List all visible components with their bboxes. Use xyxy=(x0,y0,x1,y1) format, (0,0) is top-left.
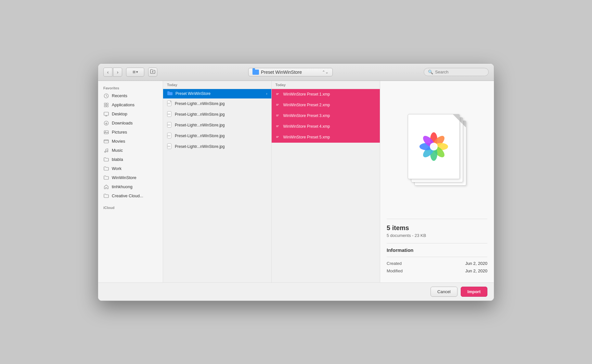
nav-buttons: ‹ › xyxy=(103,68,122,77)
search-input[interactable] xyxy=(435,70,484,74)
sidebar-item-label-movies: Movies xyxy=(112,139,125,144)
sidebar-item-movies[interactable]: Movies xyxy=(98,137,163,146)
location-chevron-icon: ⌃⌄ xyxy=(322,70,328,74)
sidebar-item-work[interactable]: Work xyxy=(98,164,163,173)
sidebar-item-pictures[interactable]: Pictures xyxy=(98,128,163,137)
list-item[interactable]: Preset-Lightr...nWinStore.jpg xyxy=(163,131,271,141)
list-item[interactable]: Preset-Lightr...nWinStore.jpg xyxy=(163,109,271,120)
svg-rect-9 xyxy=(104,112,109,115)
svg-rect-45 xyxy=(276,113,280,118)
sidebar-item-music[interactable]: Music xyxy=(98,146,163,155)
list-item-label: WinWinStore Preset 3.xmp xyxy=(283,113,330,118)
view-toggle-button[interactable]: ⊞ ▾ xyxy=(126,68,144,77)
jpg-file-icon xyxy=(167,111,172,118)
xmp-file-icon xyxy=(276,91,281,98)
column-1-header: Today xyxy=(163,81,271,89)
jpg-file-icon xyxy=(167,143,172,150)
preview-image-area xyxy=(387,87,487,219)
sidebar-item-winwinstore[interactable]: WinWinStore xyxy=(98,173,163,182)
page-curl-front xyxy=(453,114,459,121)
sidebar-item-label-downloads: Downloads xyxy=(112,121,133,125)
info-row-modified: Modified Jun 2, 2020 xyxy=(387,268,487,273)
svg-rect-8 xyxy=(107,105,108,107)
xmp-file-icon xyxy=(276,123,281,130)
info-divider-2 xyxy=(387,257,487,257)
svg-rect-53 xyxy=(276,137,278,138)
sidebar-item-downloads[interactable]: Downloads xyxy=(98,119,163,128)
list-item[interactable]: Preset-Lightr...nWinStore.jpg xyxy=(163,141,271,152)
modified-value: Jun 2, 2020 xyxy=(465,268,487,273)
list-item[interactable]: WinWinStore Preset 5.xmp xyxy=(272,132,380,143)
location-selector[interactable]: Preset WinWinStore ⌃⌄ xyxy=(248,68,333,76)
list-item[interactable]: Preset-Lightr...nWinStore.jpg xyxy=(163,98,271,109)
info-row-created: Created Jun 2, 2020 xyxy=(387,261,487,266)
sidebar-item-recents[interactable]: Recents xyxy=(98,91,163,100)
cancel-button[interactable]: Cancel xyxy=(431,287,457,297)
xmp-file-icon xyxy=(276,134,281,141)
sidebar-item-applications[interactable]: Applications xyxy=(98,100,163,110)
sidebar-item-label-creativecloud: Creative Cloud... xyxy=(112,193,143,198)
forward-button[interactable]: › xyxy=(113,68,122,77)
footer: Cancel Import xyxy=(98,282,494,301)
location-name-display: Preset WinWinStore xyxy=(252,70,302,75)
svg-rect-38 xyxy=(168,146,170,147)
svg-rect-39 xyxy=(276,91,280,97)
sidebar-item-label-work: Work xyxy=(112,166,122,171)
content-area: Favorites Recents Applications Desktop xyxy=(98,81,494,282)
svg-rect-34 xyxy=(168,124,170,126)
svg-rect-51 xyxy=(276,134,280,139)
winwinstore-folder-icon xyxy=(103,175,109,181)
list-item[interactable]: WinWinStore Preset 2.xmp xyxy=(272,100,380,110)
list-item[interactable]: WinWinStore Preset 1.xmp xyxy=(272,89,380,100)
list-item[interactable]: WinWinStore Preset 4.xmp xyxy=(272,121,380,132)
item-desc: 5 documents - 23 KB xyxy=(387,233,487,238)
list-item-label: Preset-Lightr...nWinStore.jpg xyxy=(175,144,225,149)
list-item[interactable]: Preset-Lightr...nWinStore.jpg xyxy=(163,120,271,131)
xmp-file-icon xyxy=(276,102,281,109)
svg-rect-32 xyxy=(168,113,170,115)
jpg-file-icon xyxy=(167,100,172,107)
svg-rect-5 xyxy=(104,103,106,105)
created-value: Jun 2, 2020 xyxy=(465,261,487,266)
location-folder-icon xyxy=(252,70,259,75)
sidebar-item-tinhkhuong[interactable]: tinhkhuong xyxy=(98,182,163,191)
import-button[interactable]: Import xyxy=(461,287,487,297)
svg-rect-6 xyxy=(107,103,108,105)
list-item-label: WinWinStore Preset 2.xmp xyxy=(283,103,330,107)
sidebar-item-desktop[interactable]: Desktop xyxy=(98,110,163,119)
tinhkhuong-icon xyxy=(103,184,109,190)
info-divider xyxy=(387,243,487,243)
sidebar-item-creativecloud[interactable]: Creative Cloud... xyxy=(98,191,163,201)
back-button[interactable]: ‹ xyxy=(103,68,112,77)
svg-rect-47 xyxy=(276,116,278,116)
applications-icon xyxy=(103,102,109,108)
downloads-icon xyxy=(103,120,109,126)
sidebar-item-blabla[interactable]: blabla xyxy=(98,155,163,164)
svg-rect-40 xyxy=(276,93,279,94)
list-item-label: Preset WinWinStore xyxy=(175,91,211,96)
location-text: Preset WinWinStore xyxy=(261,70,302,75)
pictures-icon xyxy=(103,129,109,135)
svg-rect-46 xyxy=(276,115,279,115)
new-folder-button[interactable] xyxy=(148,68,157,77)
svg-rect-36 xyxy=(168,135,170,136)
sidebar-item-label-desktop: Desktop xyxy=(112,111,127,116)
list-item-label: Preset-Lightr...nWinStore.jpg xyxy=(175,101,225,106)
list-item[interactable]: Preset WinWinStore › xyxy=(163,89,271,98)
list-item[interactable]: WinWinStore Preset 3.xmp xyxy=(272,110,380,121)
svg-line-25 xyxy=(106,149,108,149)
svg-rect-48 xyxy=(276,124,280,129)
sidebar-item-label-recents: Recents xyxy=(112,93,127,98)
location-bar: Preset WinWinStore ⌃⌄ xyxy=(161,68,420,76)
svg-rect-41 xyxy=(276,94,278,95)
list-item-label: Preset-Lightr...nWinStore.jpg xyxy=(175,134,225,138)
column-2-header: Today xyxy=(272,81,380,89)
sidebar-section-favorites: Favorites xyxy=(98,85,163,91)
creativecloud-folder-icon xyxy=(103,193,109,199)
search-bar[interactable]: 🔍 xyxy=(424,68,489,76)
sidebar-item-label-blabla: blabla xyxy=(112,157,123,162)
svg-rect-42 xyxy=(276,102,280,107)
column-2: Today WinWinStore Preset 1.xmp WinWinSto… xyxy=(272,81,380,282)
doc-preview xyxy=(408,114,466,186)
search-icon: 🔍 xyxy=(428,70,433,74)
